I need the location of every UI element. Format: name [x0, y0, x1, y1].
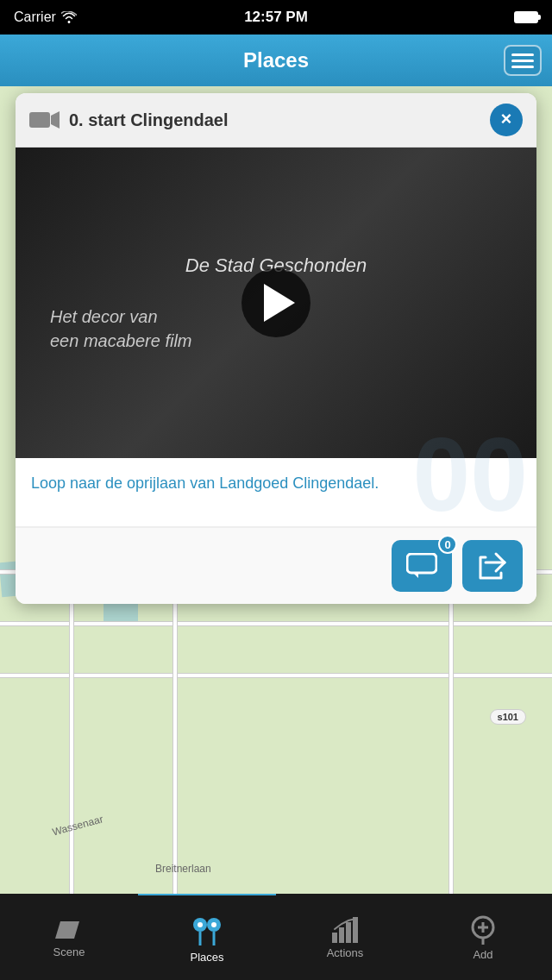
actions-icon	[330, 917, 360, 943]
video-camera-icon	[29, 109, 60, 131]
svg-rect-12	[353, 917, 358, 943]
card-header-left: 0. start Clingendael	[29, 109, 229, 131]
video-subtitle-line1: Het decor van	[50, 307, 158, 326]
app-header: Places	[0, 35, 552, 86]
status-bar: Carrier 12:57 PM	[0, 0, 552, 35]
status-time: 12:57 PM	[244, 9, 308, 26]
svg-point-8	[211, 922, 216, 927]
play-icon	[264, 284, 295, 322]
places-icon	[191, 913, 223, 947]
description-text: Loop naar de oprijlaan van Landgoed Clin…	[31, 474, 379, 492]
close-button[interactable]: ×	[490, 104, 523, 136]
wifi-icon	[61, 11, 77, 23]
nav-item-scene[interactable]: Scene	[0, 894, 138, 980]
nav-item-actions[interactable]: Actions	[276, 894, 414, 980]
svg-rect-9	[332, 933, 337, 943]
nav-label-places: Places	[190, 951, 223, 964]
bottom-navigation: Scene Places Actions	[0, 894, 552, 980]
play-button[interactable]	[242, 268, 310, 337]
carrier-label: Carrier	[14, 9, 56, 25]
nav-label-actions: Actions	[327, 946, 364, 959]
svg-rect-11	[346, 922, 351, 943]
svg-rect-10	[339, 927, 344, 943]
nav-label-scene: Scene	[53, 945, 85, 958]
card-description-area: Loop naar de oprijlaan van Landgoed Clin…	[16, 458, 536, 527]
place-card: 0. start Clingendael × De Stad Geschonde…	[16, 93, 536, 604]
battery-indicator	[514, 11, 538, 23]
svg-rect-0	[29, 112, 50, 128]
video-player[interactable]: De Stad Geschonden Het decor van een mac…	[16, 148, 536, 458]
add-icon	[469, 915, 497, 945]
card-header: 0. start Clingendael ×	[16, 93, 536, 148]
comment-button[interactable]: 0	[392, 540, 452, 592]
share-icon	[477, 550, 508, 581]
video-subtitle-line2: een macabere film	[50, 331, 192, 350]
svg-point-6	[198, 922, 203, 927]
battery-icon	[514, 11, 538, 23]
nav-item-places[interactable]: Places	[138, 894, 276, 980]
menu-icon-line2	[511, 60, 534, 62]
svg-rect-2	[407, 554, 436, 573]
scene-icon	[55, 918, 83, 942]
menu-icon-line1	[511, 53, 534, 56]
menu-icon-line3	[511, 66, 534, 68]
page-title: Places	[243, 48, 309, 72]
card-actions: 0	[16, 527, 536, 604]
svg-marker-1	[51, 111, 60, 129]
svg-marker-4	[55, 921, 79, 939]
road-label: s101	[490, 709, 526, 725]
nav-item-add[interactable]: Add	[414, 894, 552, 980]
card-title: 0. start Clingendael	[69, 110, 229, 130]
close-icon: ×	[501, 110, 512, 129]
share-button[interactable]	[462, 540, 523, 592]
menu-button[interactable]	[504, 45, 542, 76]
watermark: 00	[413, 423, 528, 526]
comment-count-badge: 0	[438, 535, 457, 554]
nav-label-add: Add	[473, 948, 492, 961]
comment-icon	[406, 553, 437, 579]
carrier-text: Carrier	[14, 9, 77, 25]
